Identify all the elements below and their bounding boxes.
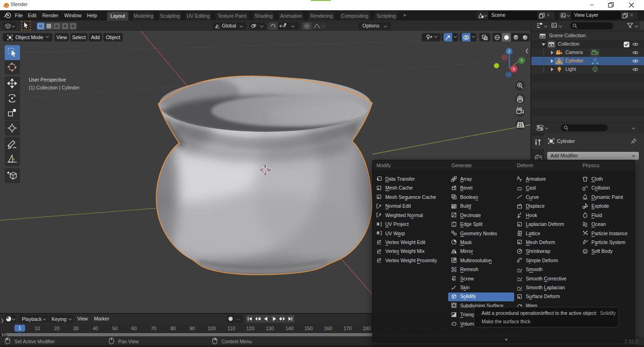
svg-text:Z: Z bbox=[508, 49, 510, 54]
svg-text:Y: Y bbox=[520, 58, 523, 63]
svg-text:X: X bbox=[512, 67, 515, 71]
